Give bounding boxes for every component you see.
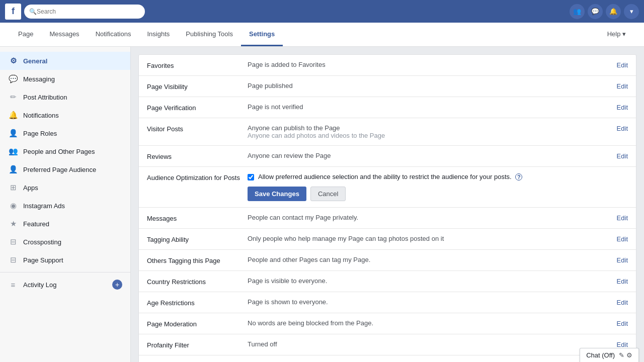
sidebar-label-crossposting: Crossposting xyxy=(23,238,61,246)
edit-tagging-ability-link[interactable]: Edit xyxy=(617,235,628,243)
sidebar-label-general: General xyxy=(23,57,47,65)
sidebar-item-post-attribution[interactable]: ✏ Post Attribution xyxy=(0,88,130,106)
label-page-moderation: Page Moderation xyxy=(147,319,248,328)
sidebar-item-apps[interactable]: ⊞ Apps xyxy=(0,178,130,197)
row-messages: Messages People can contact my Page priv… xyxy=(139,208,636,229)
value-visitor-posts: Anyone can publish to the Page Anyone ca… xyxy=(248,124,608,139)
nav-help[interactable]: Help ▾ xyxy=(599,23,634,46)
label-favorites: Favorites xyxy=(147,61,248,69)
nav-settings[interactable]: Settings xyxy=(241,23,283,46)
edit-messages-link[interactable]: Edit xyxy=(617,214,628,222)
audience-optimization-top: Audience Optimization for Posts Allow pr… xyxy=(147,173,628,182)
chat-edit-icon[interactable]: ✎ xyxy=(619,351,624,359)
sidebar-item-general[interactable]: ⚙ General xyxy=(0,52,130,70)
edit-country-restrictions[interactable]: Edit xyxy=(608,277,628,285)
row-age-restrictions: Age Restrictions Page is shown to everyo… xyxy=(139,292,636,313)
chat-label: Chat (Off) xyxy=(586,351,615,359)
page-support-icon: ⊟ xyxy=(8,255,18,265)
messages-icon[interactable]: 💬 xyxy=(588,4,603,19)
edit-page-visibility-link[interactable]: Edit xyxy=(617,82,628,90)
edit-page-moderation[interactable]: Edit xyxy=(608,319,628,327)
label-age-restrictions: Age Restrictions xyxy=(147,298,248,307)
row-page-visibility: Page Visibility Page published Edit xyxy=(139,76,636,97)
search-input[interactable] xyxy=(37,8,127,15)
account-icon[interactable]: ▾ xyxy=(624,4,639,19)
nav-page[interactable]: Page xyxy=(10,23,41,46)
activity-log-icon: ≡ xyxy=(8,280,18,290)
notifications-sidebar-icon: 🔔 xyxy=(8,110,18,120)
sidebar-item-messaging[interactable]: 💬 Messaging xyxy=(0,70,130,88)
value-page-visibility: Page published xyxy=(248,82,608,89)
edit-profanity-filter[interactable]: Edit xyxy=(608,340,628,348)
people-icon: 👥 xyxy=(8,146,18,156)
sidebar-item-preferred-audience[interactable]: 👤 Preferred Page Audience xyxy=(0,160,130,178)
sidebar-label-notifications: Notifications xyxy=(23,112,59,119)
audience-optimization-text: Allow preferred audience selection and t… xyxy=(258,173,522,180)
cancel-button[interactable]: Cancel xyxy=(310,187,346,201)
audience-optimization-checkbox[interactable] xyxy=(248,174,254,180)
nav-insights[interactable]: Insights xyxy=(139,23,178,46)
edit-page-verification[interactable]: Edit xyxy=(608,103,628,111)
label-reviews: Reviews xyxy=(147,152,248,160)
value-messages: People can contact my Page privately. xyxy=(248,214,608,221)
edit-age-restrictions-link[interactable]: Edit xyxy=(617,299,628,306)
label-tagging-ability: Tagging Ability xyxy=(147,235,248,243)
row-page-moderation: Page Moderation No words are being block… xyxy=(139,313,636,334)
notifications-icon[interactable]: 🔔 xyxy=(606,4,621,19)
info-link[interactable]: ? xyxy=(515,173,522,180)
visitor-posts-line2: Anyone can add photos and videos to the … xyxy=(248,132,603,139)
sidebar-item-crossposting[interactable]: ⊟ Crossposting xyxy=(0,233,130,251)
search-bar[interactable]: 🔍 xyxy=(24,5,145,19)
row-similar-pages: Similar Page Suggestions Choose whether … xyxy=(139,355,636,362)
sidebar-item-people-and-pages[interactable]: 👥 People and Other Pages xyxy=(0,142,130,160)
sidebar-item-activity-log[interactable]: ≡ Activity Log + xyxy=(0,276,130,294)
edit-reviews[interactable]: Edit xyxy=(608,152,628,160)
edit-tagging-ability[interactable]: Edit xyxy=(608,235,628,243)
sidebar-label-apps: Apps xyxy=(23,184,38,192)
facebook-topbar: f 🔍 👥 💬 🔔 ▾ xyxy=(0,0,644,23)
nav-publishing-tools[interactable]: Publishing Tools xyxy=(178,23,241,46)
chat-bar[interactable]: Chat (Off) ✎ ⚙ xyxy=(580,348,639,362)
edit-reviews-link[interactable]: Edit xyxy=(617,152,628,160)
edit-visitor-posts-link[interactable]: Edit xyxy=(617,125,628,132)
row-favorites: Favorites Page is added to Favorites Edi… xyxy=(139,55,636,76)
sidebar-item-notifications[interactable]: 🔔 Notifications xyxy=(0,106,130,124)
sidebar-item-featured[interactable]: ★ Featured xyxy=(0,215,130,233)
instagram-icon: ◉ xyxy=(8,201,18,211)
edit-others-tagging-link[interactable]: Edit xyxy=(617,256,628,264)
sidebar-item-instagram-ads[interactable]: ◉ Instagram Ads xyxy=(0,197,130,215)
label-others-tagging: Others Tagging this Page xyxy=(147,256,248,264)
edit-others-tagging[interactable]: Edit xyxy=(608,256,628,264)
edit-favorites-link[interactable]: Edit xyxy=(617,61,628,69)
edit-visitor-posts[interactable]: Edit xyxy=(608,124,628,132)
audience-buttons: Save Changes Cancel xyxy=(248,187,346,201)
chat-settings-icon[interactable]: ⚙ xyxy=(626,351,632,359)
value-others-tagging: People and other Pages can tag my Page. xyxy=(248,256,608,263)
sidebar-label-page-support: Page Support xyxy=(23,256,63,264)
sidebar-item-page-support[interactable]: ⊟ Page Support xyxy=(0,251,130,269)
edit-favorites[interactable]: Edit xyxy=(608,61,628,69)
row-page-verification: Page Verification Page is not verified E… xyxy=(139,97,636,118)
crossposting-icon: ⊟ xyxy=(8,237,18,247)
edit-page-verification-link[interactable]: Edit xyxy=(617,104,628,111)
sidebar: ⚙ General 💬 Messaging ✏ Post Attribution… xyxy=(0,47,131,362)
edit-age-restrictions[interactable]: Edit xyxy=(608,298,628,306)
sidebar-label-activity-log: Activity Log xyxy=(23,281,56,289)
row-profanity-filter: Profanity Filter Turned off Edit xyxy=(139,334,636,355)
edit-page-visibility[interactable]: Edit xyxy=(608,82,628,90)
sidebar-label-instagram-ads: Instagram Ads xyxy=(23,202,65,210)
friend-requests-icon[interactable]: 👥 xyxy=(570,4,585,19)
save-changes-button[interactable]: Save Changes xyxy=(248,187,306,201)
row-tagging-ability: Tagging Ability Only people who help man… xyxy=(139,229,636,250)
value-page-verification: Page is not verified xyxy=(248,103,608,111)
nav-messages[interactable]: Messages xyxy=(41,23,87,46)
label-page-verification: Page Verification xyxy=(147,103,248,112)
edit-country-restrictions-link[interactable]: Edit xyxy=(617,278,628,285)
nav-notifications[interactable]: Notifications xyxy=(88,23,139,46)
star-icon: ★ xyxy=(8,219,18,229)
edit-profanity-filter-link[interactable]: Edit xyxy=(617,341,628,348)
edit-messages[interactable]: Edit xyxy=(608,214,628,222)
edit-page-moderation-link[interactable]: Edit xyxy=(617,320,628,327)
sidebar-item-page-roles[interactable]: 👤 Page Roles xyxy=(0,124,130,142)
activity-plus-icon[interactable]: + xyxy=(112,280,122,290)
